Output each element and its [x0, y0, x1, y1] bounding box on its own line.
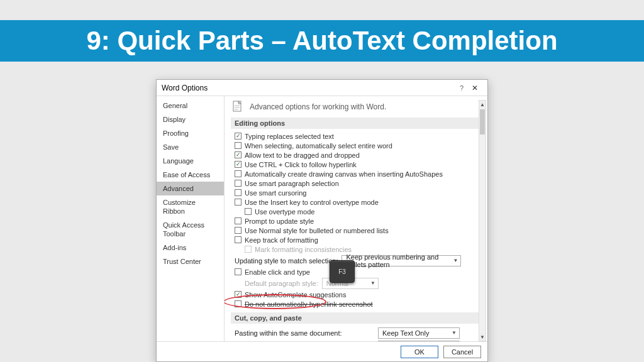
sidebar-item-display[interactable]: Display: [157, 112, 224, 126]
select-paste-within-value: Keep Text Only: [382, 329, 429, 337]
label-normal-bulleted: Use Normal style for bulleted or numbere…: [245, 227, 389, 234]
checkbox-smart-paragraph[interactable]: [235, 180, 242, 187]
word-options-dialog: Word Options ? ✕ General Display Proofin…: [156, 79, 488, 362]
select-paste-within[interactable]: Keep Text Only ▼: [378, 327, 460, 339]
label-drag-drop: Allow text to be dragged and dropped: [245, 151, 360, 159]
label-insert-overtype: Use the Insert key to control overtype m…: [245, 199, 379, 206]
checkbox-typing-replaces[interactable]: [235, 133, 242, 140]
document-icon: [231, 100, 245, 114]
checkbox-overtype-mode[interactable]: [245, 208, 252, 215]
checkbox-show-autocomplete[interactable]: [235, 291, 242, 298]
sidebar-item-customize-ribbon[interactable]: Customize Ribbon: [157, 195, 224, 218]
scroll-down-arrow-icon[interactable]: ▼: [479, 333, 486, 341]
chevron-down-icon: ▼: [453, 258, 458, 263]
checkbox-normal-bulleted[interactable]: [235, 227, 242, 234]
panel-heading: Advanced options for working with Word.: [250, 102, 386, 111]
select-paste-between[interactable]: Keep Text Only ▼: [378, 341, 460, 342]
checkbox-no-auto-hyperlink-screenshot[interactable]: [235, 300, 242, 307]
checkbox-insert-overtype[interactable]: [235, 199, 242, 206]
dialog-titlebar: Word Options ? ✕: [157, 80, 487, 96]
options-category-sidebar: General Display Proofing Save Language E…: [157, 96, 225, 341]
chevron-down-icon: ▼: [370, 280, 375, 286]
label-show-autocomplete: Show AutoComplete suggestions: [245, 291, 346, 299]
sidebar-item-ease-of-access[interactable]: Ease of Access: [157, 168, 224, 182]
sidebar-item-save[interactable]: Save: [157, 140, 224, 154]
checkbox-drag-drop[interactable]: [235, 151, 242, 158]
label-smart-paragraph: Use smart paragraph selection: [245, 180, 339, 187]
label-smart-cursoring: Use smart cursoring: [245, 189, 306, 197]
label-select-entire-word: When selecting, automatically select ent…: [245, 142, 392, 150]
label-drawing-canvas: Automatically create drawing canvas when…: [245, 170, 443, 178]
label-default-paragraph-style: Default paragraph style:: [245, 280, 318, 287]
help-button[interactable]: ?: [456, 84, 467, 92]
ok-button[interactable]: OK: [401, 346, 438, 358]
sidebar-item-proofing[interactable]: Proofing: [157, 126, 224, 140]
label-mark-formatting: Mark formatting inconsistencies: [255, 246, 352, 253]
label-overtype-mode: Use overtype mode: [255, 208, 314, 216]
label-no-auto-hyperlink-screenshot: Do not automatically hyperlink screensho…: [245, 300, 373, 308]
checkbox-select-entire-word[interactable]: [235, 142, 242, 149]
label-paste-within: Pasting within the same document:: [235, 329, 378, 337]
close-button[interactable]: ✕: [467, 84, 482, 92]
cancel-button[interactable]: Cancel: [443, 346, 481, 358]
dialog-title: Word Options: [162, 84, 456, 92]
label-prompt-update-style: Prompt to update style: [245, 217, 314, 225]
scroll-up-arrow-icon[interactable]: ▲: [479, 101, 486, 108]
label-keep-track-formatting: Keep track of formatting: [245, 236, 318, 244]
slide-title: 9: Quick Parts – AutoText Completion: [86, 26, 557, 56]
label-updating-style: Updating style to match selection:: [235, 257, 338, 265]
checkbox-smart-cursoring[interactable]: [235, 189, 242, 196]
slide-banner: 9: Quick Parts – AutoText Completion: [0, 20, 644, 62]
select-updating-style-value: Keep previous numbering and bullets patt…: [346, 253, 449, 268]
options-main-panel: Advanced options for working with Word. …: [225, 96, 487, 341]
dialog-button-row: OK Cancel: [157, 341, 487, 361]
label-enable-click-type: Enable click and type: [245, 268, 310, 276]
sidebar-item-quick-access-toolbar[interactable]: Quick Access Toolbar: [157, 218, 224, 241]
select-default-paragraph-style-value: Normal: [326, 280, 348, 287]
checkbox-mark-formatting: [245, 246, 252, 253]
sidebar-item-trust-center[interactable]: Trust Center: [157, 255, 224, 268]
checkbox-keep-track-formatting[interactable]: [235, 236, 242, 243]
checkbox-drawing-canvas[interactable]: [235, 170, 242, 177]
sidebar-item-general[interactable]: General: [157, 99, 224, 112]
section-editing-options: Editing options: [231, 118, 479, 129]
sidebar-item-add-ins[interactable]: Add-ins: [157, 241, 224, 255]
sidebar-item-advanced[interactable]: Advanced: [157, 182, 224, 195]
scrollbar-thumb[interactable]: [480, 109, 485, 134]
select-default-paragraph-style: Normal ▼: [322, 278, 379, 289]
select-updating-style[interactable]: Keep previous numbering and bullets patt…: [341, 255, 461, 266]
checkbox-enable-click-type[interactable]: [235, 268, 242, 275]
checkbox-prompt-update-style[interactable]: [235, 217, 242, 224]
section-cut-copy-paste: Cut, copy, and paste: [231, 312, 479, 324]
vertical-scrollbar[interactable]: ▲ ▼: [479, 100, 486, 341]
sidebar-item-language[interactable]: Language: [157, 154, 224, 168]
checkbox-ctrl-click-hyperlink[interactable]: [235, 161, 242, 168]
label-ctrl-click-hyperlink: Use CTRL + Click to follow hyperlink: [245, 161, 357, 168]
label-typing-replaces: Typing replaces selected text: [245, 133, 334, 140]
chevron-down-icon: ▼: [452, 330, 457, 336]
